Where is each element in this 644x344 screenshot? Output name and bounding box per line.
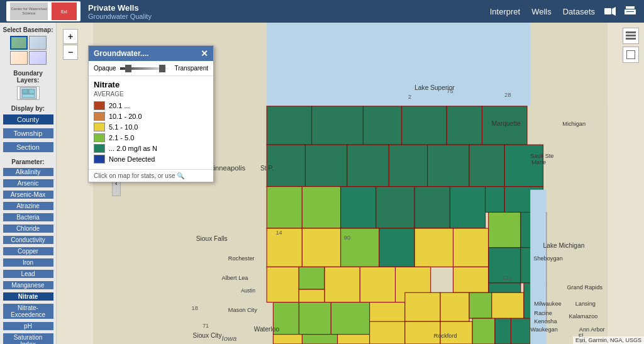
svg-rect-27 xyxy=(504,145,543,186)
svg-text:Milwaukee: Milwaukee xyxy=(534,301,561,307)
svg-rect-29 xyxy=(302,187,340,228)
svg-text:Rockford: Rockford xyxy=(434,333,457,339)
svg-text:14: 14 xyxy=(275,230,282,236)
param-lead[interactable]: Lead xyxy=(3,270,53,278)
svg-rect-18 xyxy=(402,106,447,145)
basemap-tile-4[interactable] xyxy=(29,51,47,65)
svg-rect-0 xyxy=(604,8,611,14)
zoom-in-button[interactable]: + xyxy=(63,29,78,44)
display-township-btn[interactable]: Township xyxy=(3,128,53,138)
basemap-tile-1[interactable] xyxy=(10,36,28,50)
print-icon[interactable] xyxy=(623,4,638,19)
svg-text:90: 90 xyxy=(344,235,350,241)
param-arsenic-max[interactable]: Arsenic-Max xyxy=(3,191,53,199)
svg-text:71: 71 xyxy=(203,323,209,329)
opacity-thumb-right[interactable] xyxy=(159,65,165,72)
svg-rect-113 xyxy=(626,50,635,59)
legend-swatch-5 xyxy=(94,155,105,164)
svg-rect-5 xyxy=(626,12,634,14)
legend-parameter-subtitle: AVERAGE xyxy=(94,91,208,97)
svg-rect-47 xyxy=(325,267,360,302)
param-chloride[interactable]: Chloride xyxy=(3,225,53,233)
extension-logo: Ext xyxy=(52,3,77,20)
logos: Center for Watershed Science Ext xyxy=(6,1,80,21)
legend-parameter-title: Nitrate xyxy=(94,80,208,89)
svg-rect-65 xyxy=(338,335,370,344)
legend-item-1: 10.1 - 20.0 xyxy=(94,112,208,121)
basemap-grid xyxy=(10,36,47,65)
legend-swatch-3 xyxy=(94,133,105,142)
svg-rect-19 xyxy=(447,106,482,145)
svg-marker-1 xyxy=(612,7,616,16)
param-alkalinity[interactable]: Alkalinity xyxy=(3,168,53,176)
svg-rect-66 xyxy=(370,321,405,344)
nav-interpret[interactable]: Interpret xyxy=(490,7,520,16)
svg-rect-56 xyxy=(331,302,369,335)
svg-rect-70 xyxy=(495,318,511,344)
display-section-btn[interactable]: Section xyxy=(3,142,53,152)
param-saturation-index[interactable]: Saturation Index xyxy=(3,333,53,344)
svg-text:Ann Arbor: Ann Arbor xyxy=(579,326,605,333)
svg-text:28: 28 xyxy=(504,92,511,98)
svg-rect-58 xyxy=(405,292,440,321)
param-bacteria[interactable]: Bacteria xyxy=(3,213,53,221)
param-copper[interactable]: Copper xyxy=(3,247,53,255)
param-atrazine[interactable]: Atrazine xyxy=(3,202,53,210)
legend-label-0: 20.1 ... xyxy=(109,102,130,109)
zoom-out-button[interactable]: − xyxy=(63,45,78,60)
opacity-thumb-left[interactable] xyxy=(125,65,131,72)
display-by-label: Display by: xyxy=(3,105,53,112)
legend-label-1: 10.1 - 20.0 xyxy=(109,113,142,120)
zoom-controls: + − xyxy=(63,29,78,60)
legend-title-text: Groundwater.... xyxy=(94,49,148,58)
video-icon[interactable] xyxy=(602,4,618,19)
param-ph[interactable]: pH xyxy=(3,322,53,330)
svg-text:Sheboygan: Sheboygan xyxy=(533,255,563,262)
svg-rect-31 xyxy=(376,187,414,228)
svg-rect-23 xyxy=(347,145,389,186)
svg-text:Sault Ste: Sault Ste xyxy=(530,153,553,159)
opacity-label-left: Opaque xyxy=(94,65,116,72)
sidebar: Select Basemap: Boundary Layers: Display… xyxy=(0,23,57,344)
param-manganese[interactable]: Manganese xyxy=(3,281,53,289)
nav-datasets[interactable]: Datasets xyxy=(563,7,595,16)
svg-text:Waukegan: Waukegan xyxy=(530,326,558,333)
legend-close-button[interactable]: ✕ xyxy=(201,48,208,58)
svg-text:Marquette: Marquette xyxy=(492,120,521,127)
param-iron[interactable]: Iron xyxy=(3,258,53,267)
boundary-layers-icon[interactable] xyxy=(17,86,40,100)
svg-text:Grand Rapids: Grand Rapids xyxy=(567,284,602,291)
basemap-tile-2[interactable] xyxy=(29,36,47,50)
legend-item-2: 5.1 - 10.0 xyxy=(94,123,208,131)
svg-text:2: 2 xyxy=(408,94,411,100)
legend-label-2: 5.1 - 10.0 xyxy=(109,123,138,131)
display-county-btn[interactable]: County xyxy=(3,114,53,125)
svg-rect-111 xyxy=(626,35,636,36)
svg-rect-40 xyxy=(414,228,453,267)
map-tool-fullscreen[interactable] xyxy=(623,47,639,63)
legend-footer[interactable]: Click on map for stats, or use 🔍 xyxy=(89,169,213,182)
legend-item-3: 2.1 - 5.0 xyxy=(94,133,208,142)
legend-opacity-control: Opaque Transparent xyxy=(89,61,213,76)
legend-item-5: None Detected xyxy=(94,155,208,164)
opacity-slider[interactable] xyxy=(120,67,171,70)
map-tool-layers[interactable] xyxy=(623,28,639,44)
basemap-tile-3[interactable] xyxy=(10,51,28,65)
param-conductivity[interactable]: Conductivity xyxy=(3,236,53,244)
param-nitrate[interactable]: Nitrate xyxy=(3,292,53,301)
svg-text:Kalamazoo: Kalamazoo xyxy=(569,313,597,319)
map-container[interactable]: Minneapolis St P. Fargo Sioux Falls Albe… xyxy=(57,23,644,344)
svg-text:Lansing: Lansing xyxy=(575,301,596,307)
select-basemap-label: Select Basemap: xyxy=(3,26,53,33)
param-arsenic[interactable]: Arsenic xyxy=(3,179,53,187)
legend-swatch-0 xyxy=(94,101,105,110)
param-nitrate-exceedence[interactable]: Nitrate-Exceedence xyxy=(3,304,53,319)
nav-wells[interactable]: Wells xyxy=(531,7,552,16)
legend-label-5: None Detected xyxy=(109,155,155,163)
svg-rect-28 xyxy=(267,187,302,228)
svg-text:Racine: Racine xyxy=(534,310,552,316)
svg-text:St P.: St P. xyxy=(260,165,274,172)
svg-rect-34 xyxy=(486,187,505,213)
svg-rect-36 xyxy=(267,228,302,267)
legend-item-0: 20.1 ... xyxy=(94,101,208,110)
